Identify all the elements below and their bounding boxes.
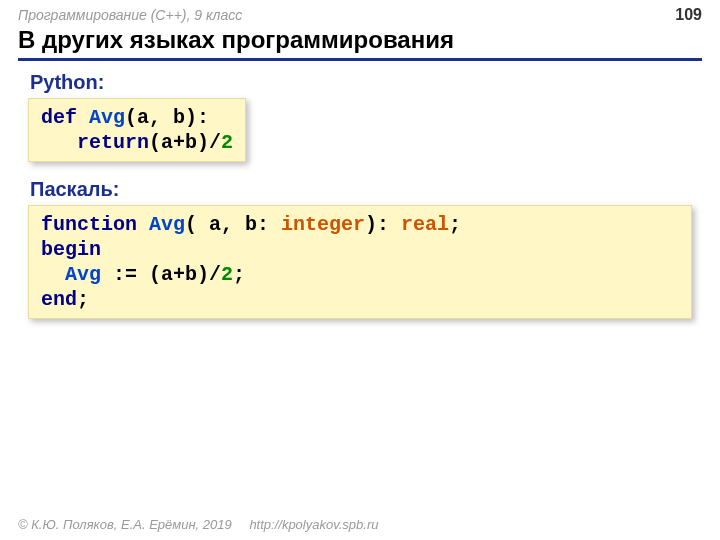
kw-integer: integer: [281, 213, 365, 236]
pascal-label: Паскаль:: [30, 178, 692, 201]
pascal-code: function Avg( a, b: integer): real; begi…: [28, 205, 692, 319]
pa-two: 2: [221, 263, 233, 286]
pa-semi3: ;: [77, 288, 89, 311]
copyright: © К.Ю. Поляков, Е.А. Ерёмин, 2019: [18, 517, 232, 532]
py-two: 2: [221, 131, 233, 154]
pa-open: ( a, b:: [185, 213, 281, 236]
pa-assignOp: :=: [101, 263, 149, 286]
page-title: В других языках программирования: [18, 26, 702, 61]
kw-real: real: [401, 213, 449, 236]
header-bar: Программирование (C++), 9 класс 109: [0, 0, 720, 26]
footer-url: http://kpolyakov.spb.ru: [249, 517, 378, 532]
pa-fn: Avg: [137, 213, 185, 236]
kw-function: function: [41, 213, 137, 236]
kw-end: end: [41, 288, 77, 311]
page-number: 109: [675, 6, 702, 24]
pa-semi1: ;: [449, 213, 461, 236]
python-code: def Avg(a, b): return(a+b)/2: [28, 98, 246, 162]
footer: © К.Ю. Поляков, Е.А. Ерёмин, 2019 http:/…: [18, 517, 378, 532]
kw-return: return: [41, 131, 149, 154]
kw-begin: begin: [41, 238, 101, 261]
py-expr: (a+b): [149, 131, 209, 154]
course-label: Программирование (C++), 9 класс: [18, 7, 242, 23]
fn-name: Avg: [77, 106, 125, 129]
py-slash: /: [209, 131, 221, 154]
pa-slash: /: [209, 263, 221, 286]
python-label: Python:: [30, 71, 692, 94]
pa-assignL: Avg: [41, 263, 101, 286]
pa-semi2: ;: [233, 263, 245, 286]
kw-def: def: [41, 106, 77, 129]
content: Python: def Avg(a, b): return(a+b)/2 Пас…: [0, 61, 720, 319]
py-sig: (a, b):: [125, 106, 209, 129]
pa-expr: (a+b): [149, 263, 209, 286]
pa-close: ):: [365, 213, 401, 236]
